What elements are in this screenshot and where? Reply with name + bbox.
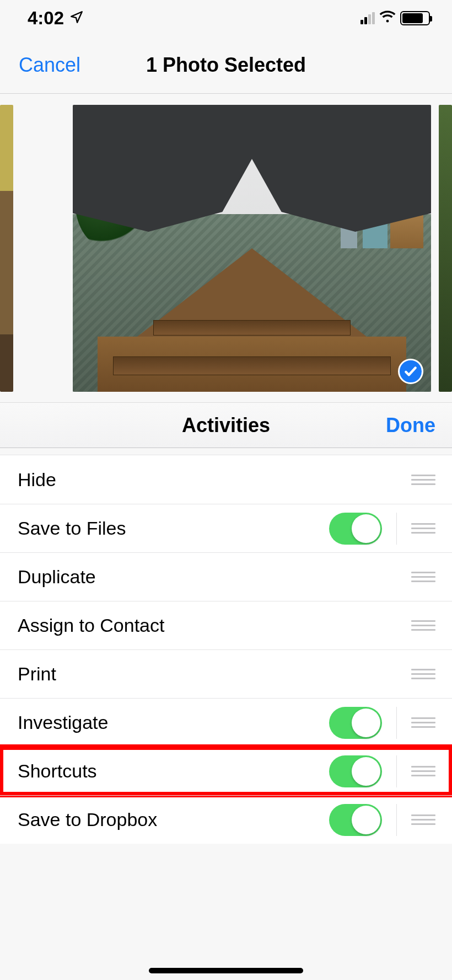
- battery-icon: [400, 11, 430, 25]
- nav-bar: Cancel 1 Photo Selected: [0, 36, 452, 94]
- status-time: 4:02: [28, 8, 64, 29]
- reorder-handle-icon[interactable]: [411, 523, 435, 534]
- activity-row-duplicate: Duplicate: [0, 552, 452, 601]
- activity-toggle[interactable]: [329, 707, 382, 739]
- activity-label: Shortcuts: [18, 760, 329, 782]
- activity-label: Assign to Contact: [18, 615, 411, 636]
- reorder-handle-icon[interactable]: [411, 475, 435, 485]
- cancel-button[interactable]: Cancel: [19, 54, 80, 77]
- activity-row-hide: Hide: [0, 455, 452, 504]
- activity-label: Hide: [18, 469, 411, 491]
- done-button[interactable]: Done: [386, 414, 435, 437]
- activity-toggle[interactable]: [329, 755, 382, 787]
- home-indicator[interactable]: [149, 968, 303, 973]
- status-right: [360, 10, 430, 26]
- activity-label: Print: [18, 663, 411, 685]
- wifi-icon: [379, 10, 396, 26]
- activities-title: Activities: [182, 414, 270, 437]
- photo-thumbnail-next[interactable]: [439, 105, 452, 392]
- selected-check-icon: [398, 359, 423, 384]
- activity-row-shortcuts: Shortcuts: [0, 747, 452, 795]
- activity-label: Save to Dropbox: [18, 809, 329, 830]
- activity-toggle[interactable]: [329, 804, 382, 836]
- activity-label: Duplicate: [18, 566, 411, 588]
- activity-row-save-to-files: Save to Files: [0, 504, 452, 552]
- activity-label: Save to Files: [18, 518, 329, 539]
- activity-row-print: Print: [0, 649, 452, 698]
- reorder-handle-icon[interactable]: [411, 572, 435, 582]
- reorder-handle-icon[interactable]: [411, 814, 435, 825]
- page-title: 1 Photo Selected: [146, 54, 306, 77]
- activity-label: Investigate: [18, 712, 329, 733]
- activity-row-save-to-dropbox: Save to Dropbox: [0, 795, 452, 844]
- photo-thumbnail-prev[interactable]: [0, 105, 13, 392]
- activity-toggle[interactable]: [329, 513, 382, 545]
- reorder-handle-icon[interactable]: [411, 766, 435, 776]
- reorder-handle-icon[interactable]: [411, 717, 435, 728]
- activities-list: Hide Save to Files Duplicate Assign to C…: [0, 455, 452, 844]
- reorder-handle-icon[interactable]: [411, 620, 435, 631]
- photo-thumbnail-selected[interactable]: [73, 105, 431, 392]
- activity-row-investigate: Investigate: [0, 698, 452, 747]
- activity-row-assign-to-contact: Assign to Contact: [0, 601, 452, 649]
- reorder-handle-icon[interactable]: [411, 669, 435, 679]
- location-icon: [69, 8, 84, 29]
- status-bar: 4:02: [0, 0, 452, 36]
- cellular-signal-icon: [360, 12, 375, 24]
- activities-header: Activities Done: [0, 403, 452, 448]
- photo-carousel[interactable]: [0, 94, 452, 403]
- status-left: 4:02: [28, 8, 84, 29]
